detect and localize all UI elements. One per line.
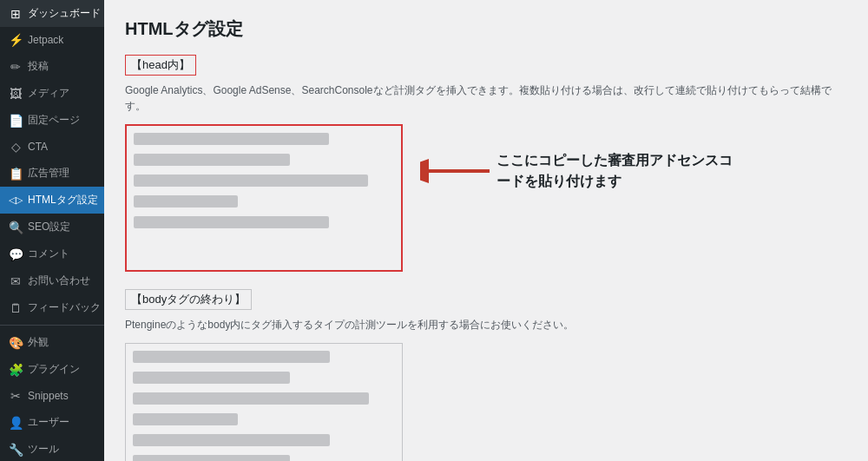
sidebar-item-dashboard[interactable]: ⊞ ダッシュボード bbox=[0, 0, 104, 27]
body-textarea-wrapper bbox=[125, 343, 847, 461]
plugins-icon: 🧩 bbox=[9, 363, 23, 377]
sidebar-item-label: コメント bbox=[28, 247, 69, 261]
annotation-text: ここにコピーした審査用アドセンスコードを貼り付けます bbox=[496, 150, 740, 192]
sidebar-item-label: 投稿 bbox=[28, 59, 49, 74]
section-head: 【head内】 Google Analytics、Google AdSense、… bbox=[125, 55, 847, 114]
sidebar-item-seo[interactable]: 🔍 SEO設定 bbox=[0, 214, 104, 240]
sidebar-item-label: Snippets bbox=[28, 390, 69, 402]
sidebar-item-label: 外観 bbox=[28, 335, 49, 350]
main-content: HTMLタグ設定 【head内】 Google Analytics、Google… bbox=[104, 0, 868, 461]
html-tag-icon: ◁▷ bbox=[9, 194, 23, 206]
blur-content bbox=[133, 413, 238, 425]
sidebar-item-label: Jetpack bbox=[28, 34, 63, 46]
dashboard-icon: ⊞ bbox=[9, 7, 23, 21]
sidebar-item-comments[interactable]: 💬 コメント bbox=[0, 240, 104, 267]
sidebar-item-label: CTA bbox=[28, 141, 48, 153]
sidebar-item-appearance[interactable]: 🎨 外観 bbox=[0, 329, 104, 356]
sidebar-item-tools[interactable]: 🔧 ツール bbox=[0, 436, 104, 461]
blur-content bbox=[133, 372, 290, 384]
blur-content bbox=[133, 434, 330, 446]
jetpack-icon: ⚡ bbox=[9, 33, 23, 47]
sidebar-item-label: ダッシュボード bbox=[28, 6, 101, 21]
sidebar-item-feedback[interactable]: 🗒 フィードバック bbox=[0, 294, 104, 321]
blur-content bbox=[134, 216, 329, 228]
sidebar-item-label: SEO設定 bbox=[28, 220, 70, 234]
seo-icon: 🔍 bbox=[9, 221, 23, 234]
sidebar-item-snippets[interactable]: ✂ Snippets bbox=[0, 383, 104, 409]
sidebar-item-label: プラグイン bbox=[28, 362, 80, 377]
section2-label: 【bodyタグの終わり】 bbox=[125, 289, 252, 310]
sidebar-item-html-tag[interactable]: ◁▷ HTMLタグ設定 bbox=[0, 187, 104, 214]
blur-content bbox=[134, 195, 238, 207]
sidebar-item-media[interactable]: 🖼 メディア bbox=[0, 80, 104, 107]
cta-icon: ◇ bbox=[9, 140, 23, 154]
sidebar-item-jetpack[interactable]: ⚡ Jetpack bbox=[0, 27, 104, 53]
sidebar-item-cta[interactable]: ◇ CTA bbox=[0, 134, 104, 160]
sidebar-item-posts[interactable]: ✏ 投稿 bbox=[0, 53, 104, 80]
head-textarea-wrapper: ここにコピーした審査用アドセンスコードを貼り付けます bbox=[125, 124, 847, 272]
contact-icon: ✉ bbox=[9, 274, 23, 288]
blur-content bbox=[133, 351, 330, 363]
users-icon: 👤 bbox=[9, 416, 23, 430]
sidebar-item-label: 固定ページ bbox=[28, 113, 80, 128]
arrow-icon bbox=[420, 154, 490, 188]
page-title: HTMLタグ設定 bbox=[125, 17, 847, 41]
blur-content bbox=[134, 133, 329, 145]
section1-description: Google Analytics、Google AdSense、SearchCo… bbox=[125, 82, 847, 114]
appearance-icon: 🎨 bbox=[9, 336, 23, 350]
section-body: 【bodyタグの終わり】 Ptengineのようなbody内にタグ挿入するタイプ… bbox=[125, 289, 847, 333]
sidebar-item-label: お問い合わせ bbox=[28, 273, 90, 288]
annotation-wrapper: ここにコピーした審査用アドセンスコードを貼り付けます bbox=[420, 150, 740, 192]
ad-icon: 📋 bbox=[9, 167, 23, 181]
pages-icon: 📄 bbox=[9, 114, 23, 128]
sidebar-item-ad-management[interactable]: 📋 広告管理 bbox=[0, 160, 104, 187]
tools-icon: 🔧 bbox=[9, 443, 23, 457]
posts-icon: ✏ bbox=[9, 60, 23, 74]
head-textarea[interactable] bbox=[125, 124, 403, 272]
sidebar: ⊞ ダッシュボード ⚡ Jetpack ✏ 投稿 🖼 メディア 📄 固定ページ … bbox=[0, 0, 104, 461]
sidebar-item-label: 広告管理 bbox=[28, 166, 69, 181]
feedback-icon: 🗒 bbox=[9, 301, 23, 315]
blur-content bbox=[133, 392, 369, 405]
sidebar-item-contact[interactable]: ✉ お問い合わせ bbox=[0, 267, 104, 294]
sidebar-divider bbox=[0, 325, 104, 326]
comments-icon: 💬 bbox=[9, 247, 23, 261]
sidebar-item-pages[interactable]: 📄 固定ページ bbox=[0, 107, 104, 134]
snippets-icon: ✂ bbox=[9, 389, 23, 403]
blur-content bbox=[133, 455, 290, 461]
sidebar-item-plugins[interactable]: 🧩 プラグイン bbox=[0, 356, 104, 383]
sidebar-item-label: ユーザー bbox=[28, 415, 69, 430]
sidebar-item-users[interactable]: 👤 ユーザー bbox=[0, 409, 104, 436]
section1-label: 【head内】 bbox=[125, 55, 196, 76]
sidebar-item-label: フィードバック bbox=[28, 300, 101, 315]
media-icon: 🖼 bbox=[9, 87, 23, 101]
sidebar-item-label: メディア bbox=[28, 86, 69, 101]
sidebar-item-label: ツール bbox=[28, 442, 59, 457]
blur-content bbox=[134, 175, 368, 187]
sidebar-item-label: HTMLタグ設定 bbox=[28, 193, 98, 207]
section2-description: Ptengineのようなbody内にタグ挿入するタイプの計測ツールを利用する場合… bbox=[125, 317, 847, 333]
body-textarea[interactable] bbox=[125, 343, 403, 461]
blur-content bbox=[134, 154, 290, 166]
